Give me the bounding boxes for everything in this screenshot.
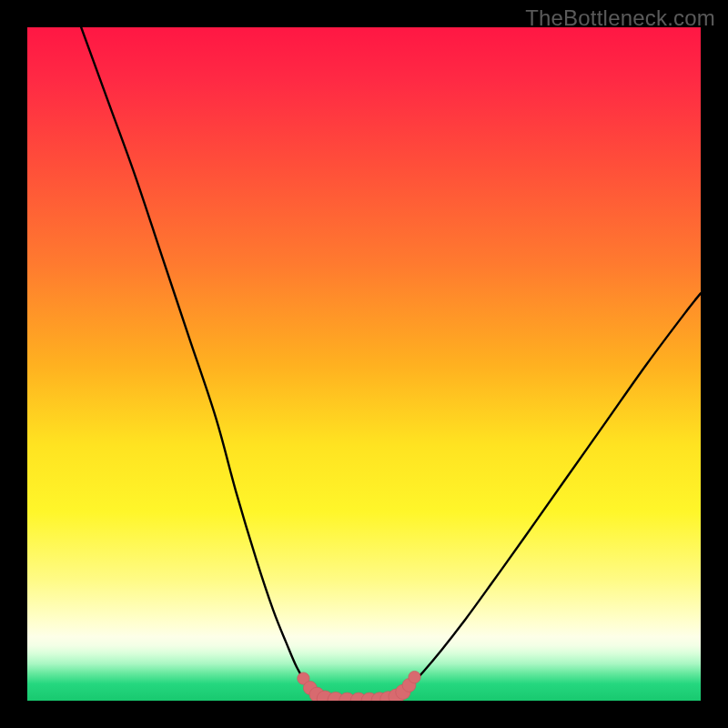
chart-frame: TheBottleneck.com: [0, 0, 728, 728]
watermark-text: TheBottleneck.com: [525, 5, 715, 31]
gradient-plot-area: [27, 27, 701, 701]
chart-svg: [0, 0, 728, 728]
bottom-marker: [409, 671, 420, 682]
